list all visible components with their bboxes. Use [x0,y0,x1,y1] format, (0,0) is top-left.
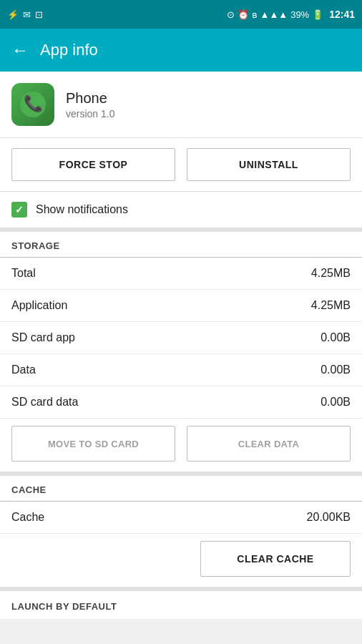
storage-sdcard-data-label: SD card data [11,396,78,409]
storage-application-row: Application 4.25MB [0,290,362,322]
storage-buttons-row: MOVE TO SD CARD CLEAR DATA [0,419,362,476]
app-version: version 1.0 [66,108,114,119]
storage-application-value: 4.25MB [311,299,351,312]
status-bar-left-icons: ⚡ ✉ ⊡ [7,9,43,20]
move-to-sd-card-button[interactable]: MOVE TO SD CARD [11,426,175,462]
mail-icon: ✉ [23,9,31,20]
notifications-row: ✓ Show notifications [0,192,362,232]
uninstall-button[interactable]: UNINSTALL [187,148,351,181]
storage-total-label: Total [11,267,36,280]
back-button[interactable]: ← [11,40,29,60]
page-title: App info [40,41,98,59]
launch-by-default-header: LAUNCH BY DEFAULT [11,601,351,612]
storage-sdcard-data-row: SD card data 0.00B [0,386,362,419]
notifications-checkbox[interactable]: ✓ [11,202,27,218]
storage-data-value: 0.00B [321,364,351,376]
storage-sdcard-app-value: 0.00B [321,331,351,344]
storage-sdcard-app-row: SD card app 0.00B [0,322,362,354]
storage-section: STORAGE Total 4.25MB Application 4.25MB … [0,232,362,476]
status-bar-right-icons: ⊙ ⏰ ʙ ▲▲▲ 39% 🔋 12:41 [227,9,355,20]
clear-data-button[interactable]: CLEAR DATA [187,426,351,462]
status-bar: ⚡ ✉ ⊡ ⊙ ⏰ ʙ ▲▲▲ 39% 🔋 12:41 [0,0,362,29]
app-info-text: Phone version 1.0 [66,90,114,119]
cache-label: Cache [11,511,44,524]
app-header: 📞 Phone version 1.0 [0,72,362,138]
storage-application-label: Application [11,299,67,312]
storage-data-label: Data [11,364,36,376]
storage-data-row: Data 0.00B [0,354,362,386]
storage-total-row: Total 4.25MB [0,258,362,290]
signal-icon: ▲▲▲ [260,9,288,20]
alarm-icon: ⏰ [238,9,249,20]
app-action-buttons: FORCE STOP UNINSTALL [0,138,362,192]
cache-buttons-row: CLEAR CACHE [0,534,362,591]
notifications-label: Show notifications [36,203,128,216]
checkbox-check-icon: ✓ [15,204,24,215]
storage-section-header: STORAGE [0,232,362,258]
top-bar: ← App info [0,29,362,72]
status-time: 12:41 [329,9,355,20]
force-stop-button[interactable]: FORCE STOP [11,148,175,181]
storage-sdcard-app-label: SD card app [11,331,75,344]
battery-icon: 🔋 [312,9,323,20]
cache-section: CACHE Cache 20.00KB CLEAR CACHE [0,476,362,591]
storage-sdcard-data-value: 0.00B [321,396,351,409]
svg-text:📞: 📞 [24,94,44,113]
bluetooth-icon: ʙ [252,9,258,20]
usb-icon: ⚡ [7,9,19,20]
briefcase-icon: ⊡ [35,9,43,20]
cache-row: Cache 20.00KB [0,502,362,534]
cache-section-header: CACHE [0,476,362,502]
cache-value: 20.00KB [307,511,351,524]
app-name: Phone [66,90,114,107]
clear-cache-button[interactable]: CLEAR CACHE [200,541,351,577]
launch-by-default-section: LAUNCH BY DEFAULT [0,591,362,619]
storage-total-value: 4.25MB [311,267,351,280]
location-icon: ⊙ [227,9,235,20]
battery-percent: 39% [290,9,309,20]
app-icon: 📞 [11,83,54,126]
